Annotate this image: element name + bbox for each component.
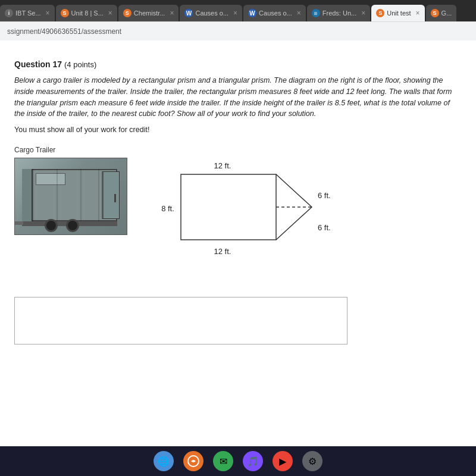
cargo-trailer-box: Cargo Trailer <box>14 146 127 235</box>
address-text: ssignment/4906636551/assessment <box>7 27 121 36</box>
tab-label-unittest: Unit test <box>387 10 411 17</box>
tab-bar: i IBT Se... × S Unit 8 | S... × S Chemis… <box>0 0 476 21</box>
svg-text:6 ft.: 6 ft. <box>318 191 331 200</box>
tab-freds[interactable]: ≡ Freds: Un... × <box>307 5 370 21</box>
tab-icon-unittest: S <box>376 9 384 17</box>
svg-text:8 ft.: 8 ft. <box>161 204 174 213</box>
tab-ibt[interactable]: i IBT Se... × <box>0 5 55 21</box>
tab-label-ibt: IBT Se... <box>15 10 41 17</box>
tab-close-causes2[interactable]: × <box>295 9 301 17</box>
browser-chrome: i IBT Se... × S Unit 8 | S... × S Chemis… <box>0 0 476 40</box>
cargo-label: Cargo Trailer <box>14 146 55 154</box>
tab-icon-freds: ≡ <box>312 9 320 17</box>
tab-causes2[interactable]: W Causes o... × <box>243 5 306 21</box>
tab-label-chem: Chemistr... <box>134 10 165 17</box>
tab-icon-chem: S <box>123 9 131 17</box>
tab-close-unittest[interactable]: × <box>414 9 420 17</box>
taskbar-icon-browser[interactable]: 🌐 <box>154 451 174 471</box>
svg-rect-1 <box>181 174 276 240</box>
diagram-section: Cargo Trailer <box>14 146 462 279</box>
taskbar-icon-play[interactable]: ▶ <box>273 451 293 471</box>
tab-g[interactable]: S G... <box>426 5 457 21</box>
svg-text:6 ft.: 6 ft. <box>318 223 331 232</box>
tab-icon-causes1: W <box>184 9 193 17</box>
svg-text:12 ft.: 12 ft. <box>214 161 231 170</box>
svg-text:12 ft.: 12 ft. <box>214 247 231 256</box>
tab-label-g: G... <box>441 10 452 17</box>
answer-textarea[interactable] <box>14 297 347 345</box>
tab-chem[interactable]: S Chemistr... × <box>118 5 179 21</box>
tab-causes1[interactable]: W Causes o... × <box>180 5 242 21</box>
page-content: Question 17 (4 points) Below a cargo tra… <box>0 40 476 446</box>
taskbar: 🌐 ✉ 🎵 ▶ ⚙ <box>0 446 476 476</box>
tab-unittest[interactable]: S Unit test × <box>371 5 424 21</box>
tab-label-unit8: Unit 8 | S... <box>71 10 104 17</box>
tab-close-chem[interactable]: × <box>167 9 174 17</box>
tab-icon-g: S <box>431 9 439 17</box>
address-bar[interactable]: ssignment/4906636551/assessment <box>0 21 476 40</box>
trailer-image <box>14 158 127 235</box>
tab-close-unit8[interactable]: × <box>106 9 112 17</box>
tab-icon-unit8: S <box>61 9 69 17</box>
tab-label-freds: Freds: Un... <box>322 10 356 17</box>
tab-close-causes1[interactable]: × <box>231 9 237 17</box>
tab-close-ibt[interactable]: × <box>43 9 50 17</box>
tab-icon-causes2: W <box>248 9 256 17</box>
taskbar-icon-music[interactable]: 🎵 <box>243 451 263 471</box>
taskbar-icon-settings[interactable]: ⚙ <box>302 451 322 471</box>
question-points: (4 points) <box>64 60 96 69</box>
geometric-diagram: 12 ft. 8 ft. 12 ft. 6 ft. 6 ft. <box>145 158 324 279</box>
tab-unit8[interactable]: S Unit 8 | S... × <box>56 5 117 21</box>
answer-box-container <box>14 297 462 347</box>
tab-label-causes1: Causes o... <box>195 10 228 17</box>
tab-close-freds[interactable]: × <box>359 9 365 17</box>
question-text: Below a cargo trailer is modeled by a re… <box>14 75 462 120</box>
tab-icon-ibt: i <box>5 9 13 17</box>
tab-label-causes2: Causes o... <box>259 10 292 17</box>
taskbar-icon-schoology[interactable] <box>183 451 203 471</box>
must-show-note: You must show all of your work for credi… <box>14 126 462 134</box>
taskbar-icon-mail[interactable]: ✉ <box>213 451 233 471</box>
question-number: Question 17 <box>14 60 62 69</box>
diagram-svg: 12 ft. 8 ft. 12 ft. 6 ft. 6 ft. <box>145 158 324 277</box>
question-header: Question 17 (4 points) <box>14 60 462 69</box>
